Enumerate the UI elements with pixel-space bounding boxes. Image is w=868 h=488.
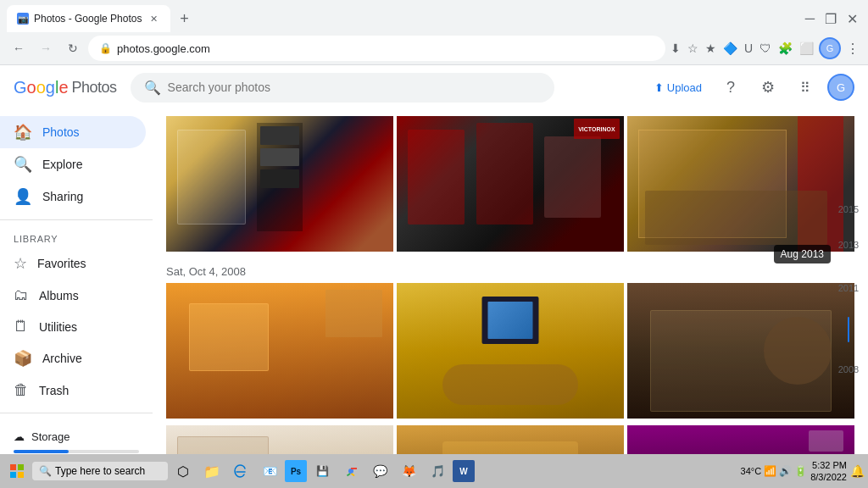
bookmark-star-icon[interactable]: ★	[704, 40, 718, 57]
refresh-button[interactable]: ↻	[61, 36, 85, 60]
taskbar-icon-skype[interactable]: 💬	[366, 458, 393, 485]
storage-label: ☁ Storage	[14, 430, 139, 443]
svg-rect-1	[18, 464, 24, 470]
url-text: photos.google.com	[117, 42, 210, 55]
taskbar-icon-browser2[interactable]: 🦊	[395, 458, 422, 485]
search-input[interactable]	[168, 80, 541, 94]
taskbar-search-bar[interactable]: 🔍 Type here to search	[32, 462, 168, 480]
extension-icon-2[interactable]: U	[743, 40, 754, 57]
taskbar-right: 34°C 📶 🔊 🔋 5:32 PM 8/3/2022 🔔	[741, 459, 865, 484]
topbar-profile-avatar[interactable]: G	[827, 74, 854, 101]
address-bar[interactable]: 🔒 photos.google.com	[88, 36, 665, 61]
split-screen-icon[interactable]: ⬜	[798, 40, 815, 57]
taskbar-icon-edge[interactable]	[227, 458, 254, 485]
help-button[interactable]: ?	[715, 72, 746, 103]
restore-button[interactable]: ❐	[821, 9, 840, 29]
upload-label: Upload	[667, 81, 702, 94]
new-tab-button[interactable]: +	[172, 7, 196, 30]
taskbar-icon-outlook[interactable]: 📧	[256, 458, 283, 485]
tab-close-button[interactable]: ✕	[147, 12, 160, 25]
tab-favicon: 📷	[17, 13, 29, 25]
sidebar-trash-label: Trash	[39, 384, 69, 397]
taskbar-clock: 5:32 PM 8/3/2022	[810, 459, 847, 484]
explore-nav-icon: 🔍	[14, 155, 32, 174]
storage-bar	[14, 450, 139, 453]
google-logo: Google	[14, 78, 69, 97]
photos-logo-text: Photos	[72, 79, 117, 97]
taskbar-icon-music[interactable]: 🎵	[424, 458, 451, 485]
sidebar-item-archive[interactable]: 📦 Archive	[0, 342, 146, 374]
app-logo[interactable]: Google Photos	[14, 78, 117, 97]
albums-icon: 🗂	[14, 286, 29, 304]
favorites-icon: ☆	[14, 254, 27, 273]
timeline-year-2015[interactable]: 2015	[838, 202, 859, 218]
browser-chrome: 📷 Photos - Google Photos ✕ + ─ ❐ ✕ ← → ↻…	[0, 0, 868, 65]
extensions-icon[interactable]: 🧩	[776, 40, 794, 57]
sidebar-item-sharing[interactable]: 👤 Sharing	[0, 180, 146, 213]
minimize-button[interactable]: ─	[802, 9, 818, 28]
sidebar-item-favorites[interactable]: ☆ Favorites	[0, 247, 146, 280]
taskbar-icon-3[interactable]: 💾	[309, 458, 336, 485]
nav-bar-right: ⬇ ☆ ★ 🔷 U 🛡 🧩 ⬜ G ⋮	[669, 37, 861, 59]
sidebar-explore-label: Explore	[42, 158, 82, 171]
timeline-year-2011[interactable]: 2011	[838, 281, 859, 297]
taskbar-icon-chrome[interactable]	[337, 458, 364, 485]
close-window-button[interactable]: ✕	[843, 9, 861, 29]
upload-button[interactable]: ⬆ Upload	[648, 76, 709, 99]
taskbar-icon-explorer[interactable]: 📁	[198, 458, 225, 485]
extension-icon-3[interactable]: 🛡	[758, 40, 773, 57]
apps-icon: ⠿	[800, 80, 810, 96]
date-header-1: Sat, Oct 4, 2008	[166, 258, 854, 283]
sharing-nav-icon: 👤	[14, 187, 32, 206]
taskbar-icon-word[interactable]: W	[453, 460, 475, 482]
taskbar-wifi-icon: 📶	[764, 465, 776, 477]
search-bar[interactable]: 🔍	[131, 73, 554, 103]
taskbar-date-display: 8/3/2022	[810, 471, 847, 483]
photo-shop-1[interactable]	[166, 116, 393, 252]
apps-button[interactable]: ⠿	[790, 72, 821, 103]
sidebar-divider-2	[0, 413, 153, 413]
storage-fill	[14, 450, 69, 453]
photo-shop-2[interactable]: VICTORINOX	[397, 116, 624, 252]
photo-grid-1: VICTORINOX	[166, 116, 854, 252]
taskbar-icon-ps[interactable]: Ps	[285, 460, 307, 482]
nav-bar: ← → ↻ 🔒 photos.google.com ⬇ ☆ ★ 🔷 U 🛡 🧩 …	[0, 32, 868, 64]
forward-button[interactable]: →	[34, 36, 58, 60]
taskbar-search-icon: 🔍	[39, 465, 52, 477]
taskbar-time-display: 5:32 PM	[810, 459, 847, 471]
sidebar-item-albums[interactable]: 🗂 Albums	[0, 280, 146, 311]
upload-icon: ⬆	[654, 81, 664, 94]
download-icon[interactable]: ⬇	[669, 40, 682, 57]
app-container: 🏠 Photos 🔍 Explore 👤 Sharing LIBRARY ☆ F…	[0, 109, 868, 488]
timeline-year-2008[interactable]: 2008	[838, 363, 859, 378]
photos-nav-icon: 🏠	[14, 123, 32, 141]
svg-rect-3	[18, 472, 24, 478]
notification-icon[interactable]: 🔔	[850, 464, 865, 478]
taskbar-task-view[interactable]: ⬡	[170, 458, 197, 485]
sidebar-archive-label: Archive	[42, 352, 82, 365]
bookmark-icon[interactable]: ☆	[686, 40, 700, 57]
photo-spa-1[interactable]	[166, 283, 393, 419]
settings-button[interactable]: ⚙	[753, 72, 783, 103]
utilities-icon: 🗒	[14, 318, 29, 336]
taskbar-search-text: Type here to search	[55, 465, 145, 477]
profile-avatar[interactable]: G	[819, 37, 841, 59]
help-icon: ?	[726, 79, 735, 97]
photo-spa-2[interactable]	[397, 283, 624, 419]
extension-icon-1[interactable]: 🔷	[721, 40, 739, 57]
sidebar-photos-label: Photos	[42, 125, 80, 139]
sidebar-item-photos[interactable]: 🏠 Photos	[0, 116, 146, 148]
sidebar-item-utilities[interactable]: 🗒 Utilities	[0, 311, 146, 342]
back-button[interactable]: ←	[7, 36, 31, 60]
photo-shop-3[interactable]	[627, 116, 854, 252]
menu-button[interactable]: ⋮	[844, 39, 861, 58]
sidebar-item-explore[interactable]: 🔍 Explore	[0, 148, 146, 180]
trash-icon: 🗑	[14, 381, 29, 399]
archive-icon: 📦	[14, 349, 32, 368]
active-tab[interactable]: 📷 Photos - Google Photos ✕	[7, 5, 170, 32]
timeline-year-2013[interactable]: 2013	[838, 238, 859, 253]
sidebar-item-trash[interactable]: 🗑 Trash	[0, 374, 146, 406]
photo-spa-3[interactable]	[627, 283, 854, 419]
library-section-label: LIBRARY	[0, 227, 153, 247]
start-button[interactable]	[3, 458, 31, 485]
